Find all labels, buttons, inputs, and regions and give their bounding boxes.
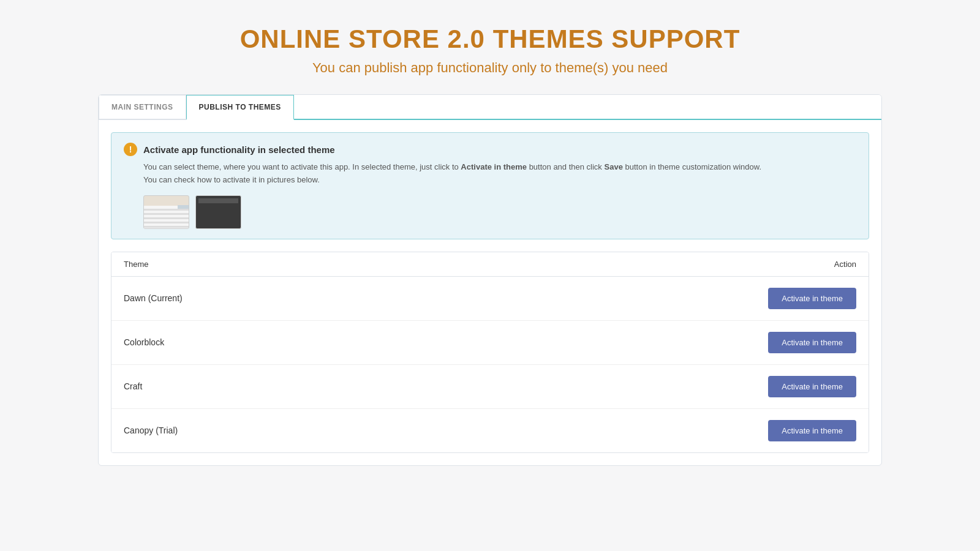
tabs-bar: MAIN SETTINGS PUBLISH TO THEMES xyxy=(99,95,881,120)
activate-theme-button-3[interactable]: Activate in theme xyxy=(768,420,856,441)
activate-theme-button-0[interactable]: Activate in theme xyxy=(768,288,856,309)
activate-theme-button-2[interactable]: Activate in theme xyxy=(768,376,856,397)
page-title: ONLINE STORE 2.0 THEMES SUPPORT xyxy=(240,24,741,54)
col-theme-label: Theme xyxy=(124,260,148,269)
activate-theme-button-1[interactable]: Activate in theme xyxy=(768,332,856,353)
preview-image-2 xyxy=(195,195,241,229)
info-icon: ! xyxy=(124,143,137,156)
info-box-title: Activate app functionality in selected t… xyxy=(143,144,335,155)
page-subtitle: You can publish app functionality only t… xyxy=(240,60,741,76)
content-area: ! Activate app functionality in selected… xyxy=(99,120,881,465)
main-container: MAIN SETTINGS PUBLISH TO THEMES ! Activa… xyxy=(98,94,882,466)
themes-table-header: Theme Action xyxy=(111,252,869,277)
info-box-header: ! Activate app functionality in selected… xyxy=(124,143,856,156)
table-row: Craft Activate in theme xyxy=(111,365,869,409)
info-box: ! Activate app functionality in selected… xyxy=(111,132,869,239)
themes-table: Theme Action Dawn (Current) Activate in … xyxy=(111,252,869,453)
table-row: Colorblock Activate in theme xyxy=(111,321,869,365)
theme-name: Canopy (Trial) xyxy=(124,425,178,435)
info-box-text: You can select theme, where you want to … xyxy=(143,161,856,187)
table-row: Dawn (Current) Activate in theme xyxy=(111,277,869,321)
tab-main-settings[interactable]: MAIN SETTINGS xyxy=(99,95,186,120)
col-action-label: Action xyxy=(834,260,856,269)
page-header: ONLINE STORE 2.0 THEMES SUPPORT You can … xyxy=(228,0,753,94)
theme-name: Colorblock xyxy=(124,337,164,347)
preview-image-1 xyxy=(143,195,189,229)
theme-name: Craft xyxy=(124,381,142,391)
preview-images xyxy=(143,195,856,229)
tab-publish-to-themes[interactable]: PUBLISH TO THEMES xyxy=(186,95,294,120)
theme-name: Dawn (Current) xyxy=(124,293,183,303)
table-row: Canopy (Trial) Activate in theme xyxy=(111,409,869,452)
